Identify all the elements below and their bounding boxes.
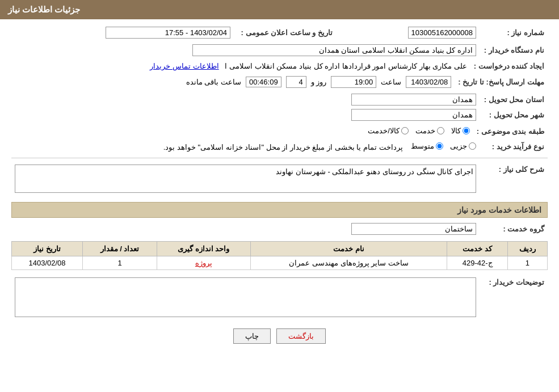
tarikh-label: تاریخ و ساعت اعلان عمومی : <box>234 25 336 40</box>
table-row: 1 ج-42-429 ساخت سایر پروژه‌های مهندسی عم… <box>12 256 548 270</box>
print-button[interactable]: چاپ <box>233 328 271 344</box>
grooh-table: گروه خدمت : <box>11 221 548 237</box>
mohlat-label: مهلت ارسال پاسخ: تا تاریخ : <box>455 74 548 90</box>
page-wrapper: جزئیات اطلاعات نیاز شماره نیاز : تاریخ و… <box>0 0 559 392</box>
location-table: استان محل تحویل : شهر محل تحویل : <box>11 92 548 123</box>
tarikh-value <box>11 25 234 40</box>
services-table: ردیف کد خدمت نام خدمت واحد اندازه گیری ت… <box>11 241 548 270</box>
ostan-input[interactable] <box>351 94 476 106</box>
page-title: جزئیات اطلاعات نیاز <box>8 5 80 14</box>
back-button[interactable]: بازگشت <box>276 328 326 344</box>
grooh-input[interactable] <box>351 223 476 235</box>
toseiat-label: توضیحات خریدار : <box>480 276 548 321</box>
col-vahed: واحد اندازه گیری <box>157 242 250 256</box>
sharh-table: شرح کلی نیاز : اجرای کانال سنگی در روستا… <box>11 163 548 196</box>
farayand-label: نوع فرآیند خرید : <box>480 140 548 153</box>
tabaqe-khedmat-option[interactable]: خدمت <box>415 127 444 135</box>
shomareNiaz-value <box>353 25 480 40</box>
mohlat-day-label: روز و <box>311 78 327 86</box>
ostan-label: استان محل تحویل : <box>480 92 548 107</box>
farayand-jozi-option[interactable]: جزیی <box>450 142 476 150</box>
shahr-label: شهر محل تحویل : <box>480 107 548 123</box>
col-kod: کد خدمت <box>447 242 507 256</box>
farayand-note: پرداخت تمام یا بخشی از مبلغ خریدار از مح… <box>163 143 403 151</box>
mohlat-time-label: ساعت <box>381 78 401 86</box>
namDastgah-input[interactable] <box>192 44 476 56</box>
atelaat-tamas-link[interactable]: اطلاعات تماس خریدار <box>150 62 218 70</box>
dastgah-table: نام دستگاه خریدار : <box>11 43 548 58</box>
sharh-label: شرح کلی نیاز : <box>480 163 548 196</box>
namDastgah-value <box>11 43 480 58</box>
farayand-table: نوع فرآیند خرید : جزیی متوسط پرداخت تمام… <box>11 140 548 153</box>
col-tedad: تعداد / مقدار <box>83 242 157 256</box>
col-nam: نام خدمت <box>250 242 447 256</box>
toseiat-value <box>11 276 480 321</box>
services-section-title: اطلاعات خدمات مورد نیاز <box>11 202 548 218</box>
page-header: جزئیات اطلاعات نیاز <box>0 0 559 19</box>
grooh-label: گروه خدمت : <box>480 221 548 237</box>
col-radif: ردیف <box>507 242 547 256</box>
row-kod: ج-42-429 <box>447 256 507 270</box>
tabaqe-kala-option[interactable]: کالا <box>451 127 470 135</box>
basic-info-table: شماره نیاز : تاریخ و ساعت اعلان عمومی : <box>11 25 548 40</box>
shomareNiaz-input[interactable] <box>408 27 476 39</box>
creator-table: ایجاد کننده درخواست : علی مکاری بهار کار… <box>11 60 548 72</box>
row-tarikh: 1403/02/08 <box>12 256 83 270</box>
sharh-textarea[interactable]: اجرای کانال سنگی در روستای دهنو عبدالملک… <box>15 165 476 193</box>
shahr-input[interactable] <box>351 109 476 121</box>
mohlat-timer: 00:46:09 <box>246 77 281 87</box>
toseiat-table: توضیحات خریدار : <box>11 276 548 321</box>
farayand-motavasset-option[interactable]: متوسط <box>411 142 443 150</box>
row-tedad: 1 <box>83 256 157 270</box>
main-content: شماره نیاز : تاریخ و ساعت اعلان عمومی : … <box>0 19 559 357</box>
farayand-options: جزیی متوسط پرداخت تمام یا بخشی از مبلغ خ… <box>11 140 480 153</box>
tabaqe-kala-khedmat-option[interactable]: کالا/خدمت <box>368 127 409 135</box>
row-vahed[interactable]: پروژه <box>157 256 250 270</box>
mohlat-day-input[interactable] <box>286 76 306 88</box>
col-tarikh: تاریخ نیاز <box>12 242 83 256</box>
row-radif: 1 <box>507 256 547 270</box>
buttons-row: بازگشت چاپ <box>11 328 548 344</box>
ostan-value <box>11 92 480 107</box>
namDastgah-label: نام دستگاه خریدار : <box>480 43 548 58</box>
tabaqe-options: کالا خدمت کالا/خدمت <box>11 125 473 138</box>
sharh-value: اجرای کانال سنگی در روستای دهنو عبدالملک… <box>11 163 480 196</box>
mohlat-table: مهلت ارسال پاسخ: تا تاریخ : ساعت روز و 0… <box>11 74 548 90</box>
toseiat-textarea[interactable] <box>15 277 476 317</box>
mohlat-row: ساعت روز و 00:46:09 ساعت باقی مانده <box>11 74 455 90</box>
ijadKonande-text: علی مکاری بهار کارشناس امور قراردادها اد… <box>225 62 466 70</box>
ijadKonande-value: علی مکاری بهار کارشناس امور قراردادها اد… <box>11 60 470 72</box>
grooh-value <box>11 221 480 237</box>
mohlat-date-input[interactable] <box>406 76 451 88</box>
tabaqe-label: طبقه بندی موضوعی : <box>473 125 548 138</box>
row-nam: ساخت سایر پروژه‌های مهندسی عمران <box>250 256 447 270</box>
ijadKonande-label: ایجاد کننده درخواست : <box>470 60 548 72</box>
tarikh-input[interactable] <box>106 27 230 39</box>
shomareNiaz-label: شماره نیاز : <box>480 25 548 40</box>
tabaqe-table: طبقه بندی موضوعی : کالا خدمت کالا/خدمت <box>11 125 548 138</box>
mohlat-time-input[interactable] <box>331 76 376 88</box>
shahr-value <box>11 107 480 123</box>
mohlat-remain-label: ساعت باقی مانده <box>186 78 241 86</box>
